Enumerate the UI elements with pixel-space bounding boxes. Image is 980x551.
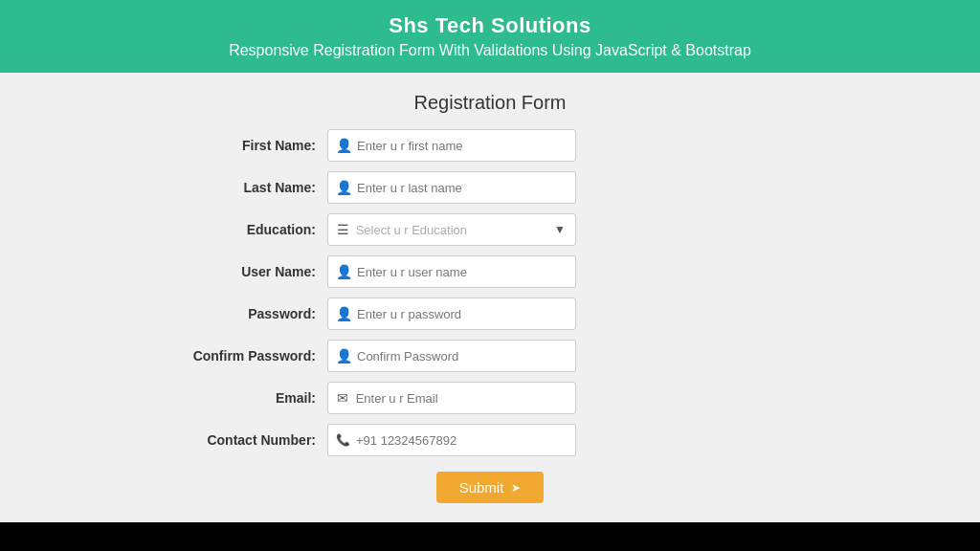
list-icon: ☰ (336, 222, 350, 237)
contact-input[interactable] (356, 433, 568, 448)
first-name-input-wrapper: 👤 (327, 129, 576, 162)
contact-input-wrapper: 📞 (327, 424, 576, 456)
email-icon: ✉ (336, 390, 350, 406)
header-title: Shs Tech Solutions (19, 13, 961, 38)
education-select-wrapper: ☰ Select u r Education High School Diplo… (327, 213, 576, 246)
user-icon: 👤 (336, 306, 351, 321)
email-input[interactable] (356, 391, 568, 406)
last-name-input-wrapper: 👤 (327, 171, 576, 204)
first-name-row: First Name: 👤 (165, 129, 815, 162)
user-icon: 👤 (336, 264, 351, 279)
password-row: Password: 👤 (165, 298, 815, 330)
username-label: User Name: (165, 264, 327, 279)
header: Shs Tech Solutions Responsive Registrati… (0, 0, 980, 73)
main-content: Registration Form First Name: 👤 Last Nam… (0, 73, 980, 522)
contact-row: Contact Number: 📞 (165, 424, 815, 456)
contact-label: Contact Number: (165, 432, 327, 448)
confirm-password-input[interactable] (357, 349, 568, 364)
confirm-password-input-wrapper: 👤 (327, 340, 576, 372)
submit-button[interactable]: Submit ➤ (436, 472, 545, 503)
last-name-input[interactable] (357, 181, 568, 195)
email-row: Email: ✉ (165, 382, 815, 414)
username-input-wrapper: 👤 (327, 255, 576, 288)
user-icon: 👤 (336, 138, 351, 153)
password-input[interactable] (357, 307, 568, 321)
password-label: Password: (165, 306, 327, 321)
education-row: Education: ☰ Select u r Education High S… (165, 213, 815, 246)
username-input[interactable] (357, 265, 568, 279)
first-name-label: First Name: (165, 138, 327, 153)
last-name-row: Last Name: 👤 (165, 171, 815, 204)
submit-row: Submit ➤ (165, 472, 815, 503)
education-label: Education: (165, 222, 327, 237)
phone-icon: 📞 (336, 433, 350, 447)
password-input-wrapper: 👤 (327, 298, 576, 330)
email-input-wrapper: ✉ (327, 382, 576, 414)
submit-label: Submit (459, 479, 504, 496)
user-icon: 👤 (336, 348, 351, 364)
registration-form: First Name: 👤 Last Name: 👤 Education: ☰ … (165, 129, 815, 503)
confirm-password-row: Confirm Password: 👤 (165, 340, 815, 372)
first-name-input[interactable] (357, 139, 568, 153)
last-name-label: Last Name: (165, 180, 327, 195)
user-icon: 👤 (336, 180, 351, 195)
username-row: User Name: 👤 (165, 255, 815, 288)
header-subtitle: Responsive Registration Form With Valida… (19, 42, 961, 59)
confirm-password-label: Confirm Password: (165, 348, 327, 364)
send-icon: ➤ (511, 481, 521, 495)
form-title: Registration Form (414, 92, 567, 114)
email-label: Email: (165, 390, 327, 406)
education-select[interactable]: Select u r Education High School Diploma… (356, 223, 568, 237)
